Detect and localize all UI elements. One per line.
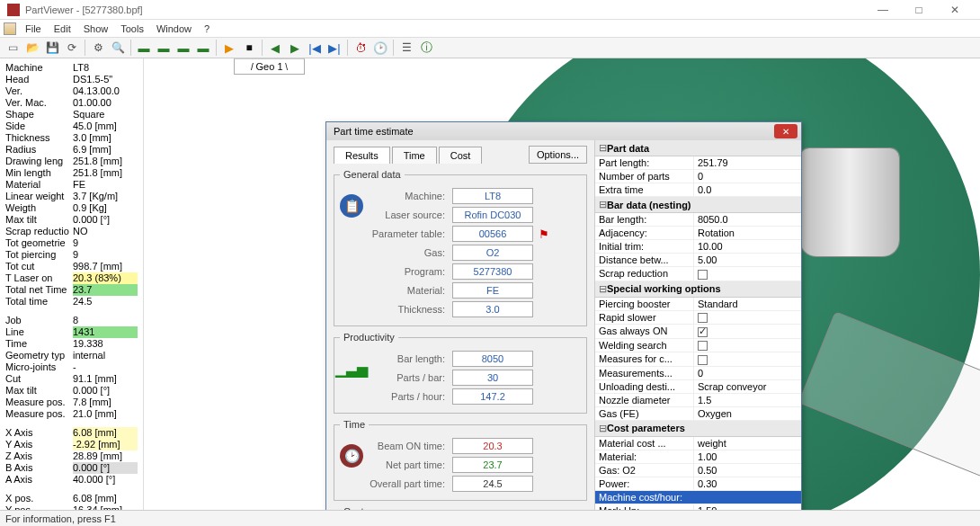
tab-results[interactable]: Results [334, 147, 390, 164]
zoom-icon[interactable]: 🔍 [109, 39, 127, 57]
refresh-icon[interactable]: ⟳ [63, 39, 81, 57]
first-icon[interactable]: |◀ [306, 39, 324, 57]
field-row: Program:5277380 [340, 263, 581, 280]
prop-row[interactable]: Machine cost/hour: [595, 491, 801, 504]
clock-icon[interactable]: 🕑 [371, 39, 389, 57]
checkbox-icon[interactable] [698, 355, 708, 365]
prop-section[interactable]: Special working options [595, 281, 801, 298]
open-icon[interactable]: 📂 [23, 39, 41, 57]
field-value[interactable]: 20.3 [452, 438, 533, 454]
status-bar: For information, press F1 [0, 510, 980, 526]
box3-icon[interactable]: ▬ [174, 39, 192, 57]
field-value[interactable]: Rofin DC030 [452, 207, 533, 223]
field-value[interactable]: O2 [452, 245, 533, 261]
info-icon[interactable]: ⓘ [417, 39, 435, 57]
box-icon[interactable]: ▬ [135, 39, 153, 57]
clipboard-icon: 📋 [340, 194, 363, 218]
menu-edit[interactable]: Edit [48, 22, 77, 36]
prop-row[interactable]: Distance betw...5.00 [595, 254, 801, 267]
prop-row[interactable]: Mark-Up:1.50 [595, 504, 801, 510]
checkbox-icon[interactable] [698, 270, 708, 280]
field-value[interactable]: 00566 [452, 226, 533, 242]
list-icon[interactable]: ☰ [397, 39, 415, 57]
maximize-button[interactable]: □ [901, 1, 937, 19]
prop-row[interactable]: Rapid slower [595, 311, 801, 325]
prop-section[interactable]: Bar data (nesting) [595, 197, 801, 213]
property-row: Tot piercing9 [5, 249, 138, 261]
field-value[interactable]: 24.5 [452, 476, 533, 492]
field-value[interactable]: 147.2 [452, 388, 533, 405]
options-icon[interactable]: ⚙ [89, 39, 107, 57]
property-row: Line1431 [5, 326, 138, 338]
play-icon[interactable]: ▶ [220, 39, 238, 57]
field-value[interactable]: LT8 [452, 188, 533, 204]
prev-icon[interactable]: ◀ [266, 39, 284, 57]
stop-icon[interactable]: ■ [240, 39, 258, 57]
prop-row[interactable]: Gas (FE)Oxygen [595, 407, 801, 421]
prop-section[interactable]: Cost parameters [595, 421, 801, 437]
tab-time[interactable]: Time [392, 147, 437, 164]
minimize-button[interactable]: — [865, 1, 901, 19]
timer-icon[interactable]: ⏱ [352, 39, 370, 57]
prop-row[interactable]: Unloading desti...Scrap conveyor [595, 380, 801, 394]
prop-row[interactable]: Nozzle diameter1.5 [595, 394, 801, 407]
prop-row[interactable]: Part length:251.79 [595, 156, 801, 170]
next-icon[interactable]: ▶ [286, 39, 304, 57]
field-value[interactable]: 5277380 [452, 263, 533, 280]
prop-row[interactable]: Measures for c... [595, 352, 801, 367]
property-row: Scrap reductioNO [5, 226, 138, 237]
prop-row[interactable]: Gas: O20.50 [595, 464, 801, 477]
property-grid[interactable]: Part dataPart length:251.79Number of par… [595, 140, 801, 510]
property-row: B Axis0.000 [°] [5, 462, 138, 474]
menu-tools[interactable]: Tools [114, 22, 150, 36]
property-row: Micro-joints- [5, 361, 138, 373]
prop-row[interactable]: Scrap reduction [595, 267, 801, 281]
checkbox-icon[interactable] [698, 327, 708, 337]
checkbox-icon[interactable] [698, 313, 708, 323]
field-value[interactable]: 23.7 [452, 457, 533, 473]
checkbox-icon[interactable] [698, 341, 708, 351]
prop-row[interactable]: Material:1.00 [595, 450, 801, 464]
property-row: Ver. Mac.01.00.00 [5, 97, 138, 109]
property-row: Measure pos.21.0 [mm] [5, 408, 138, 420]
dialog-titlebar[interactable]: Part time estimate ✕ [326, 122, 801, 140]
prop-row[interactable]: Power:0.30 [595, 477, 801, 491]
prop-section[interactable]: Part data [595, 140, 801, 156]
close-button[interactable]: ✕ [937, 1, 973, 19]
tab-geo1[interactable]: / Geo 1 \ [234, 58, 305, 75]
field-value[interactable]: FE [452, 282, 533, 299]
prop-row[interactable]: Number of parts0 [595, 170, 801, 183]
save-icon[interactable]: 💾 [43, 39, 61, 57]
property-row: Z Axis28.89 [mm] [5, 450, 138, 462]
prop-row[interactable]: Measurements...0 [595, 367, 801, 380]
viewport[interactable]: / Geo 1 \ Part time estimate ✕ Results T… [144, 58, 980, 510]
tab-cost[interactable]: Cost [439, 147, 483, 164]
prop-row[interactable]: Adjacency:Rotation [595, 227, 801, 240]
file-icon[interactable] [4, 22, 16, 35]
field-value[interactable]: 8050 [452, 351, 533, 367]
menu-file[interactable]: File [19, 22, 48, 36]
box4-icon[interactable]: ▬ [194, 39, 212, 57]
prop-row[interactable]: Bar length:8050.0 [595, 213, 801, 227]
last-icon[interactable]: ▶| [325, 39, 343, 57]
field-value[interactable]: 3.0 [452, 301, 533, 317]
new-icon[interactable]: ▭ [4, 39, 22, 57]
dialog-close-icon[interactable]: ✕ [774, 124, 797, 138]
menu-show[interactable]: Show [77, 22, 115, 36]
options-button[interactable]: Options... [529, 146, 587, 164]
field-row: Material:FE [340, 282, 581, 299]
bars-icon: ▁▃▅ [340, 357, 363, 380]
property-row: MaterialFE [5, 179, 138, 191]
prop-row[interactable]: Initial trim:10.00 [595, 240, 801, 254]
menu-window[interactable]: Window [150, 22, 198, 36]
property-row: A Axis40.000 [°] [5, 474, 138, 486]
prop-row[interactable]: Extra time0.0 [595, 183, 801, 197]
prop-row[interactable]: Material cost ...weight [595, 437, 801, 450]
group-general: General data 📋 Machine:LT8Laser source:R… [334, 169, 587, 326]
prop-row[interactable]: Piercing boosterStandard [595, 298, 801, 311]
prop-row[interactable]: Gas always ON [595, 325, 801, 339]
prop-row[interactable]: Welding search [595, 339, 801, 353]
menu-help[interactable]: ? [198, 22, 216, 36]
field-value[interactable]: 30 [452, 370, 533, 386]
box2-icon[interactable]: ▬ [155, 39, 173, 57]
